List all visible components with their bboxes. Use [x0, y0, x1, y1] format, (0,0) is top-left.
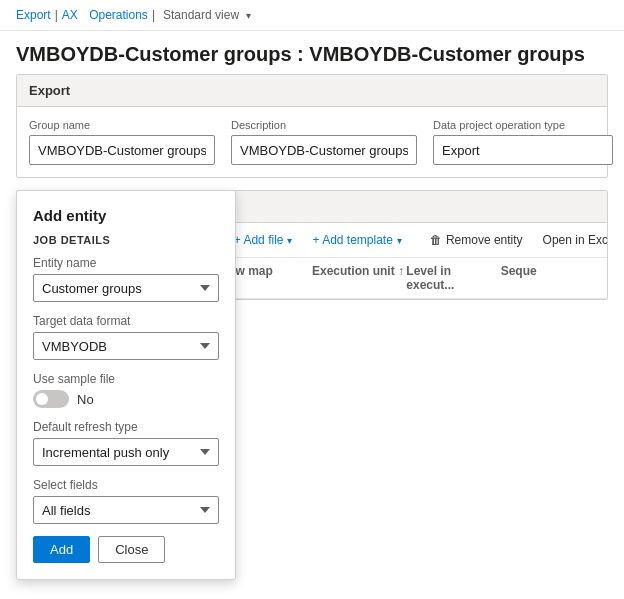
close-button[interactable]: Close: [98, 536, 165, 563]
chevron-down-icon: ▾: [246, 10, 251, 21]
operation-type-input[interactable]: [433, 135, 613, 165]
target-format-select[interactable]: VMBYODB: [33, 332, 219, 360]
target-format-field: Target data format VMBYODB: [33, 314, 219, 360]
flyout-buttons: Add Close: [33, 536, 219, 563]
remove-entity-button[interactable]: 🗑 Remove entity: [422, 229, 531, 251]
breadcrumb-sep1: |: [55, 8, 58, 22]
group-name-label: Group name: [29, 119, 215, 131]
entity-name-label: Entity name: [33, 256, 219, 270]
flyout-section-label: JOB DETAILS: [33, 234, 219, 246]
export-section: Export Group name Description Data proje…: [16, 74, 608, 178]
breadcrumb: Export | AX Operations | Standard view ▾: [0, 0, 624, 31]
export-section-header: Export: [17, 75, 607, 107]
entity-name-field: Entity name Customer groups: [33, 256, 219, 302]
operation-type-field: Data project operation type: [433, 119, 613, 165]
select-fields-label: Select fields: [33, 478, 219, 492]
remove-entity-label: Remove entity: [446, 233, 523, 247]
use-sample-label: Use sample file: [33, 372, 219, 386]
refresh-type-label: Default refresh type: [33, 420, 219, 434]
description-label: Description: [231, 119, 417, 131]
breadcrumb-export[interactable]: Export: [16, 8, 51, 22]
add-template-button[interactable]: + Add template ▾: [304, 229, 409, 251]
refresh-type-field: Default refresh type Incremental push on…: [33, 420, 219, 466]
flyout-title: Add entity: [33, 207, 219, 224]
group-name-input[interactable]: [29, 135, 215, 165]
operation-type-label: Data project operation type: [433, 119, 613, 131]
breadcrumb-view-label: Standard view: [163, 8, 239, 22]
description-input[interactable]: [231, 135, 417, 165]
target-format-label: Target data format: [33, 314, 219, 328]
breadcrumb-ax[interactable]: AX: [62, 8, 78, 22]
col-execution-unit: Execution unit ↑: [312, 264, 406, 292]
add-file-button[interactable]: + Add file ▾: [226, 229, 301, 251]
use-sample-field: Use sample file No: [33, 372, 219, 408]
breadcrumb-sep2: |: [152, 8, 155, 22]
toggle-off-label: No: [77, 392, 94, 407]
breadcrumb-view-dropdown[interactable]: Standard view ▾: [159, 8, 255, 22]
trash-icon: 🗑: [430, 233, 442, 247]
col-sequence: Seque: [501, 264, 595, 292]
group-name-field: Group name: [29, 119, 215, 165]
breadcrumb-operations[interactable]: Operations: [89, 8, 148, 22]
select-fields-field: Select fields All fields: [33, 478, 219, 524]
description-field: Description: [231, 119, 417, 165]
use-sample-toggle[interactable]: [33, 390, 69, 408]
add-template-chevron-icon: ▾: [397, 235, 402, 246]
add-button[interactable]: Add: [33, 536, 90, 563]
breadcrumb-colon: [82, 8, 85, 22]
open-in-excel-label: Open in Excel: [543, 233, 607, 247]
col-level-in-exec: Level in execut...: [406, 264, 500, 292]
add-entity-panel: Add entity JOB DETAILS Entity name Custo…: [16, 190, 236, 580]
page-title: VMBOYDB-Customer groups : VMBOYDB-Custom…: [0, 31, 624, 74]
add-file-label: + Add file: [234, 233, 284, 247]
toggle-thumb: [36, 393, 48, 405]
add-file-chevron-icon: ▾: [287, 235, 292, 246]
entity-name-select[interactable]: Customer groups: [33, 274, 219, 302]
select-fields-select[interactable]: All fields: [33, 496, 219, 524]
toggle-row: No: [33, 390, 219, 408]
refresh-type-select[interactable]: Incremental push only: [33, 438, 219, 466]
open-in-excel-button[interactable]: Open in Excel: [535, 229, 607, 251]
add-template-label: + Add template: [312, 233, 392, 247]
